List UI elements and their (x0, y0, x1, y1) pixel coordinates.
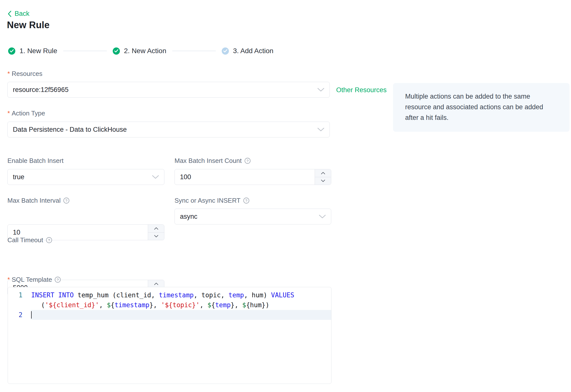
enable-batch-insert-label: Enable Batch Insert (7, 157, 64, 165)
line-number (8, 300, 31, 310)
resources-label: Resources (7, 70, 42, 78)
spinner-up-button[interactable] (148, 225, 164, 232)
info-box-text: Multiple actions can be added to the sam… (405, 91, 553, 123)
sql-template-label: SQL Template ? (7, 276, 61, 283)
step-new-action[interactable]: 2. New Action (113, 47, 166, 55)
action-type-value: Data Persistence - Data to ClickHouse (13, 126, 127, 133)
help-icon[interactable]: ? (46, 237, 52, 243)
help-icon[interactable]: ? (63, 197, 69, 204)
step-add-action[interactable]: 3. Add Action (222, 47, 273, 55)
text-cursor (31, 311, 32, 319)
max-batch-insert-count-value: 100 (180, 173, 191, 181)
svg-text:?: ? (57, 278, 59, 282)
chevron-down-icon (319, 213, 326, 220)
help-icon[interactable]: ? (243, 197, 249, 204)
max-batch-insert-count-label: Max Batch Insert Count ? (175, 157, 251, 165)
info-box: Multiple actions can be added to the sam… (393, 83, 570, 132)
spinner-up-button[interactable] (148, 280, 164, 288)
line-number: 1 (8, 290, 31, 300)
step-new-rule[interactable]: 1. New Rule (8, 47, 57, 55)
code-line-active: 2 (8, 310, 331, 320)
svg-text:?: ? (66, 198, 67, 203)
code-text: ('${client_id}', ${timestamp}, '${topic}… (31, 300, 269, 310)
step-connector (63, 51, 107, 51)
enable-batch-insert-select[interactable]: true (7, 169, 164, 185)
step-label: 1. New Rule (20, 47, 57, 55)
line-number: 2 (8, 310, 31, 320)
page-title: New Rule (7, 20, 50, 30)
spinner-down-button[interactable] (315, 177, 331, 185)
chevron-down-icon (317, 86, 325, 94)
action-type-label: Action Type (7, 109, 45, 117)
resources-select[interactable]: resource:12f56965 (7, 82, 330, 98)
max-batch-interval-label: Max Batch Interval ? (7, 197, 69, 204)
stepper: 1. New Rule 2. New Action 3. Add Action (8, 47, 273, 55)
required-asterisk (7, 109, 12, 117)
back-label: Back (15, 10, 29, 18)
step-label: 2. New Action (124, 47, 166, 55)
sync-async-insert-value: async (180, 213, 198, 220)
chevron-down-icon (317, 126, 325, 133)
max-batch-interval-value: 10 (13, 229, 20, 236)
svg-text:?: ? (245, 198, 247, 203)
step-done-check-icon (113, 47, 120, 55)
help-icon[interactable]: ? (55, 277, 61, 283)
resources-value: resource:12f56965 (13, 86, 68, 94)
code-text: INSERT INTO temp_hum (client_id, timesta… (31, 290, 294, 300)
sync-async-insert-select[interactable]: async (175, 209, 331, 224)
other-resources-link[interactable]: Other Resources (336, 86, 387, 94)
enable-batch-insert-value: true (13, 173, 24, 181)
number-spinner (315, 169, 331, 185)
required-asterisk (7, 276, 12, 283)
spinner-up-button[interactable] (315, 169, 331, 177)
number-spinner (148, 225, 164, 240)
max-batch-insert-count-input[interactable]: 100 (175, 169, 331, 185)
step-done-check-icon (8, 47, 15, 55)
sql-template-editor[interactable]: 1 INSERT INTO temp_hum (client_id, times… (8, 287, 331, 384)
help-icon[interactable]: ? (244, 158, 251, 164)
code-line-wrap: ('${client_id}', ${timestamp}, '${topic}… (8, 300, 331, 310)
code-line: 1 INSERT INTO temp_hum (client_id, times… (8, 290, 331, 300)
action-type-select[interactable]: Data Persistence - Data to ClickHouse (7, 122, 330, 137)
back-link[interactable]: Back (7, 10, 29, 18)
chevron-left-icon (7, 10, 12, 17)
required-asterisk (7, 70, 12, 78)
step-connector (172, 51, 216, 51)
sync-async-insert-label: Sync or Async INSERT ? (175, 197, 249, 204)
chevron-down-icon (152, 173, 159, 181)
step-pending-check-icon (222, 47, 229, 55)
step-label: 3. Add Action (233, 47, 273, 55)
svg-text:?: ? (246, 159, 248, 163)
call-timeout-label: Call Timeout ? (7, 236, 52, 244)
spinner-down-button[interactable] (148, 232, 164, 240)
svg-text:?: ? (48, 238, 50, 242)
